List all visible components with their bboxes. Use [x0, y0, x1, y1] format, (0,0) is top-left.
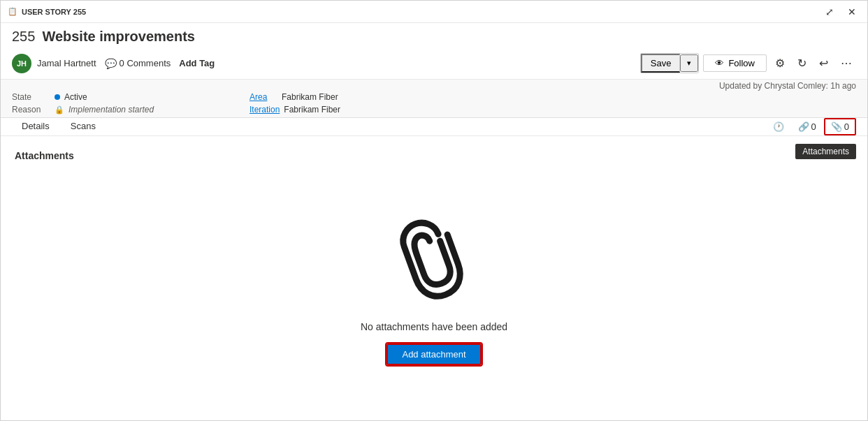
attachments-count: 0: [844, 121, 849, 132]
author-name: Jamal Hartnett: [37, 58, 96, 68]
avatar: JH: [12, 54, 31, 73]
comments-button[interactable]: 💬 0 Comments: [105, 58, 171, 69]
add-attachment-button[interactable]: Add attachment: [386, 344, 481, 365]
links-button[interactable]: 🔗 0: [792, 119, 823, 135]
settings-button[interactable]: ⚙: [771, 54, 789, 73]
large-paperclip-icon: [385, 207, 483, 319]
state-label: State: [12, 92, 50, 102]
action-icons: 🕐 🔗 0 📎 0 Attachments: [767, 118, 856, 135]
eye-icon: 👁: [715, 58, 724, 68]
close-button[interactable]: ✕: [844, 5, 860, 19]
add-tag-button[interactable]: Add Tag: [179, 58, 215, 68]
updated-text: Updated by Chrystal Comley: 1h ago: [719, 81, 856, 91]
story-number: 255: [12, 29, 35, 45]
save-button[interactable]: Save: [641, 54, 681, 73]
story-title-text: Website improvements: [42, 29, 195, 45]
iteration-value: Fabrikam Fiber: [284, 105, 340, 115]
follow-label: Follow: [728, 58, 755, 68]
lock-icon: 🔒: [55, 105, 64, 115]
content-header: Details Scans 🕐 🔗 0 📎 0 Attachments: [1, 118, 867, 136]
title-bar-text: USER STORY 255: [22, 8, 86, 16]
refresh-button[interactable]: ↻: [793, 54, 811, 73]
attachments-tooltip: Attachments: [795, 144, 856, 159]
area-label[interactable]: Area: [249, 92, 277, 102]
tabs: Details Scans: [12, 118, 106, 135]
header: 255 Website improvements JH Jamal Hartne…: [1, 23, 867, 80]
state-value: Active: [64, 92, 87, 102]
more-button[interactable]: ⋯: [837, 54, 856, 73]
links-count: 0: [811, 121, 816, 132]
history-icon: 🕐: [773, 121, 784, 132]
reason-label: Reason: [12, 105, 50, 115]
comment-icon: 💬: [105, 58, 117, 69]
iteration-label[interactable]: Iteration: [249, 105, 280, 115]
comments-count: 0 Comments: [120, 58, 171, 68]
attachments-button[interactable]: 📎 0: [824, 118, 856, 135]
story-title: 255 Website improvements: [12, 29, 856, 45]
state-dot: [55, 94, 60, 100]
reason-value: Implementation started: [68, 105, 154, 115]
history-button[interactable]: 🕐: [767, 119, 790, 135]
attachments-section-header: Attachments: [15, 150, 853, 161]
area-value: Fabrikam Fiber: [282, 92, 338, 102]
links-icon: 🔗: [798, 121, 809, 132]
follow-button[interactable]: 👁 Follow: [703, 54, 767, 72]
title-bar: 📋 USER STORY 255 ⤢ ✕: [1, 1, 867, 23]
save-dropdown-button[interactable]: ▾: [680, 54, 698, 72]
work-item-icon: 📋: [8, 7, 17, 16]
tab-details[interactable]: Details: [12, 118, 59, 135]
empty-state: No attachments have been added Add attac…: [361, 175, 507, 406]
tab-scans[interactable]: Scans: [61, 118, 106, 135]
expand-button[interactable]: ⤢: [821, 5, 838, 19]
content-area: Attachments No attachments have been add…: [1, 136, 867, 420]
save-button-group: Save ▾: [640, 53, 700, 73]
empty-message: No attachments have been added: [361, 321, 507, 332]
undo-button[interactable]: ↩: [815, 54, 832, 73]
paperclip-icon: 📎: [831, 121, 842, 132]
